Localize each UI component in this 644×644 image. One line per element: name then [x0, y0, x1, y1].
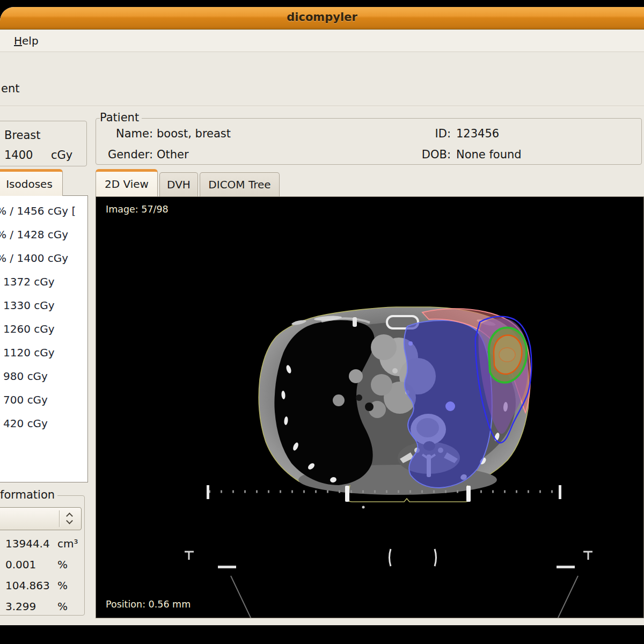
image-counter-label: Image: 57/98 [106, 204, 169, 215]
combobox-spinner-icon[interactable] [65, 512, 76, 526]
tab-2d-view-label: 2D View [105, 178, 149, 191]
tab-isodoses-label: Isodoses [6, 178, 53, 191]
isodose-item[interactable]: / 1372 cGy [0, 270, 87, 294]
info-row-volume: 13944.4 cm³ [0, 537, 86, 552]
structure-dose-unit: cGy [51, 149, 72, 162]
info-volume-unit: cm³ [57, 537, 78, 550]
structure-select-combobox[interactable] [0, 507, 82, 530]
tab-dvh-label: DVH [167, 178, 191, 191]
window-titlebar[interactable]: dicompyler [0, 7, 644, 30]
isodose-list[interactable]: % / 1456 cGy [ % / 1428 cGy % / 1400 cGy… [0, 195, 88, 482]
slice-position-label: Position: 0.56 mm [106, 599, 191, 610]
isodose-item[interactable]: / 700 cGy [0, 388, 87, 412]
menu-help[interactable]: Help [11, 34, 42, 48]
isodose-item[interactable]: / 1260 cGy [0, 317, 87, 341]
patient-gender-label: Gender: [96, 148, 153, 161]
menu-bar: Help [0, 30, 644, 52]
patient-id-value: 123456 [456, 127, 499, 140]
isodose-item[interactable]: / 1120 cGy [0, 341, 87, 364]
info-min-value: 0.001 [5, 558, 36, 571]
structure-dose: 1400 [4, 149, 33, 162]
info-row-mean: 3.299 % [0, 600, 86, 615]
patient-dob-value: None found [456, 148, 522, 161]
combobox-separator [59, 510, 60, 527]
patient-dob-label: DOB: [392, 148, 451, 161]
structure-name: Breast [4, 129, 41, 142]
ct-slice-image [96, 197, 643, 618]
info-row-min: 0.001 % [0, 558, 86, 573]
info-min-unit: % [57, 558, 68, 571]
tab-2d-view[interactable]: 2D View [96, 169, 158, 196]
tab-isodoses[interactable]: Isodoses [0, 169, 63, 196]
info-max-value: 104.863 [5, 579, 50, 592]
patient-gender-value: Other [157, 148, 189, 161]
tab-dicom-tree[interactable]: DICOM Tree [200, 172, 280, 196]
info-volume-value: 13944.4 [5, 537, 50, 550]
cropped-toolbar-label: ent [1, 82, 19, 95]
patient-groupbox-label: Patient [100, 112, 142, 123]
toolbar-divider [0, 106, 644, 107]
isodose-item[interactable]: % / 1456 cGy [ [0, 199, 87, 223]
window-title: dicompyler [0, 11, 644, 24]
structure-info-groupbox-label: formation [0, 489, 57, 501]
info-mean-unit: % [57, 600, 68, 613]
patient-name-label: Name: [96, 127, 153, 140]
isodose-item[interactable]: / 980 cGy [0, 364, 87, 388]
isodose-item[interactable]: / 420 cGy [0, 412, 87, 435]
patient-id-label: ID: [392, 127, 451, 140]
isodose-item[interactable]: % / 1428 cGy [0, 223, 87, 246]
patient-name-value: boost, breast [157, 127, 231, 140]
info-max-unit: % [57, 579, 68, 592]
ct-viewer-canvas[interactable]: Image: 57/98 Position: 0.56 mm [96, 196, 644, 618]
tab-dicom-tree-label: DICOM Tree [208, 178, 270, 191]
isodose-item[interactable]: % / 1400 cGy [0, 246, 87, 270]
app-window: dicompyler Help ent Breast 1400 cGy Pati… [0, 7, 644, 625]
tab-dvh[interactable]: DVH [159, 172, 198, 196]
info-row-max: 104.863 % [0, 579, 86, 594]
lung-structure-island [445, 401, 455, 411]
isodose-item[interactable]: / 1330 cGy [0, 294, 87, 317]
info-mean-value: 3.299 [5, 600, 36, 613]
